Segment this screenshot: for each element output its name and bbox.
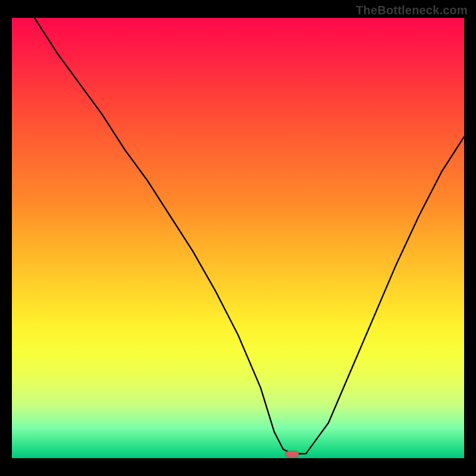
watermark-text: TheBottleneck.com xyxy=(356,4,468,17)
chart-frame: TheBottleneck.com xyxy=(0,0,476,476)
bottleneck-curve xyxy=(35,18,464,454)
minimum-marker xyxy=(286,451,299,457)
plot-area xyxy=(12,18,464,458)
curve-svg xyxy=(12,18,464,458)
